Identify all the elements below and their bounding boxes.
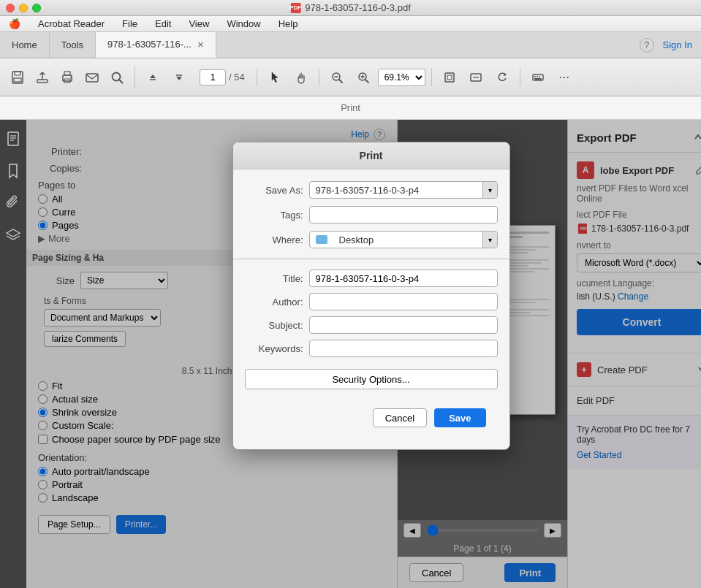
search-icon[interactable] [105,66,129,89]
svg-point-7 [70,77,72,78]
maximize-button[interactable] [32,4,41,12]
svg-rect-19 [447,75,452,80]
toolbar-left [0,66,135,89]
author-row: Author: [245,293,498,310]
menu-apple[interactable]: 🍎 [6,17,23,31]
fit-page-icon[interactable] [438,66,461,89]
help-button[interactable]: ? [640,38,654,53]
dialog-save-button[interactable]: Save [434,408,485,427]
tab-document[interactable]: 978-1-63057-116-... × [96,32,216,58]
sidebar-attach-icon[interactable] [0,190,26,216]
where-dropdown[interactable]: Desktop ▾ [309,231,498,248]
author-label: Author: [245,297,303,308]
keywords-row: Keywords: [245,340,498,357]
subject-row: Subject: [245,316,498,334]
subject-label: Subject: [245,320,303,331]
security-options-button[interactable]: Security Options... [245,369,498,389]
menu-edit[interactable]: Edit [152,17,174,31]
page-number-input[interactable] [200,69,226,85]
title-meta-label: Title: [245,273,303,284]
sidebar-bookmark-icon[interactable] [0,158,26,184]
save-as-dropdown-btn[interactable]: ▾ [482,182,497,198]
sidebar-layers-icon[interactable] [0,222,26,248]
nav-next-icon[interactable] [167,66,191,89]
tab-bar: Home Tools 978-1-63057-116-... × ? Sign … [0,32,701,58]
window-controls[interactable] [6,4,41,12]
sign-in-button[interactable]: Sign In [663,39,692,50]
toolbar: / 54 69.1% 50% 75% 100% 125% 150 [0,58,701,96]
keywords-label: Keywords: [245,343,303,354]
hand-icon[interactable] [289,66,313,89]
save-dialog-footer: Cancel Save [245,401,498,438]
upload-icon[interactable] [31,66,54,89]
author-input[interactable] [309,293,498,310]
tags-row: Tags: [245,206,498,224]
minimize-button[interactable] [19,4,28,12]
left-sidebar [0,120,26,588]
nav-prev-icon[interactable] [141,66,164,89]
where-label: Where: [245,234,303,245]
svg-rect-27 [8,132,18,145]
fit-width-icon[interactable] [464,66,488,89]
pdf-icon: PDF [290,3,300,13]
svg-line-17 [365,80,368,83]
email-icon[interactable] [80,66,104,89]
zoom-out-icon[interactable] [325,66,349,89]
menu-file[interactable]: File [119,17,140,31]
toolbar-separator-1 [257,69,257,86]
save-as-dropdown[interactable]: 978-1-63057-116-0-3-p4 ▾ [309,181,498,199]
svg-rect-2 [14,78,21,82]
save-as-label: Save As: [245,185,303,196]
menu-bar: 🍎 Acrobat Reader File Edit View Window H… [0,16,701,32]
print-icon[interactable] [56,66,79,89]
folder-icon [316,235,327,244]
main-area: Help ? Printer: Copies: Pages to [0,120,701,588]
svg-rect-8 [86,74,98,82]
title-bar: PDF 978-1-63057-116-0-3.pdf [0,0,701,16]
zoom-select[interactable]: 69.1% 50% 75% 100% 125% 150% [378,69,425,86]
svg-line-13 [339,80,342,83]
where-value: Desktop [310,234,482,245]
save-dialog: Print Save As: 978-1-63057-116-0-3-p4 ▾ [232,142,510,450]
title-row: Title: [245,270,498,287]
pointer-icon[interactable] [263,66,287,89]
menu-help[interactable]: Help [276,17,301,31]
page-nav: / 54 [200,69,245,85]
save-icon[interactable] [6,66,29,89]
menu-view[interactable]: View [186,17,212,31]
keywords-input[interactable] [309,340,498,357]
rotate-icon[interactable] [490,66,514,89]
subject-input[interactable] [309,316,498,334]
svg-rect-3 [37,80,48,83]
toolbar-separator-3 [431,69,432,86]
keyboard-icon[interactable] [526,66,550,89]
tags-label: Tags: [245,210,303,221]
toolbar-main: / 54 69.1% 50% 75% 100% 125% 150 [135,66,701,89]
save-dialog-titlebar: Print [233,142,509,169]
modal-overlay: Print Save As: 978-1-63057-116-0-3-p4 ▾ [26,120,701,588]
where-dropdown-btn[interactable]: ▾ [482,232,497,248]
toolbar-separator-2 [319,69,319,86]
title-input[interactable] [309,270,498,287]
tab-home[interactable]: Home [0,32,50,58]
print-panel: Help ? Printer: Copies: Pages to [26,120,701,588]
tab-tools[interactable]: Tools [50,32,96,58]
save-divider [233,259,509,259]
dialog-cancel-button[interactable]: Cancel [373,408,427,427]
svg-line-10 [120,80,123,83]
save-form: Save As: 978-1-63057-116-0-3-p4 ▾ Tags: [233,169,509,449]
print-header: Print [0,96,701,120]
zoom-in-icon[interactable] [352,66,375,89]
page-separator: / 54 [229,72,245,83]
tab-close-icon[interactable]: × [197,38,204,50]
sidebar-page-icon[interactable] [0,126,26,152]
toolbar-separator-4 [520,69,520,86]
where-row: Where: Desktop ▾ [245,231,498,248]
svg-rect-18 [445,73,454,82]
save-as-value: 978-1-63057-116-0-3-p4 [310,185,482,196]
more-icon[interactable]: ··· [553,66,576,89]
close-button[interactable] [6,4,15,12]
menu-acrobat[interactable]: Acrobat Reader [35,17,107,31]
menu-window[interactable]: Window [224,17,263,31]
tags-input[interactable] [309,206,498,224]
